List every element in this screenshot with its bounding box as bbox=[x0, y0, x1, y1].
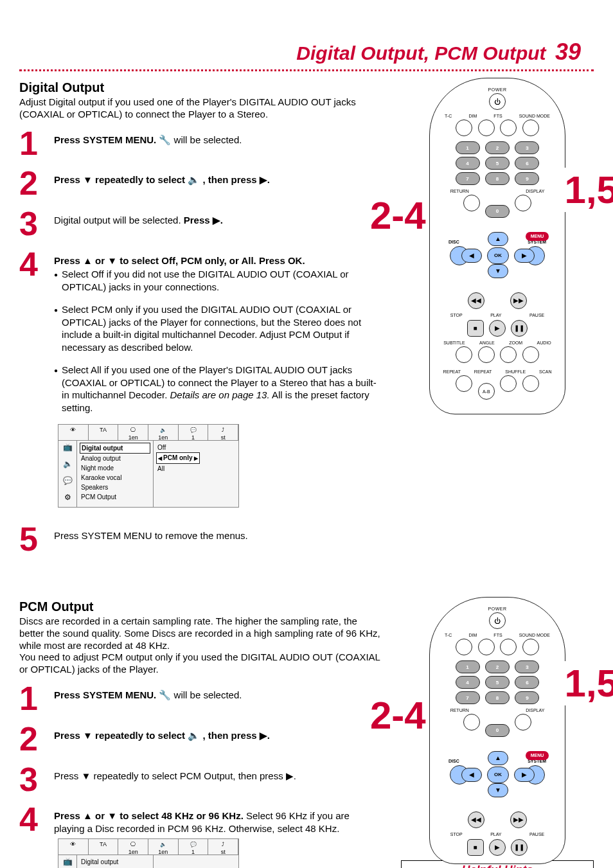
osd-top-cell: ⤴st bbox=[208, 425, 238, 440]
remote-button bbox=[500, 120, 517, 136]
step-text-bold: Press ▲ or ▼ to select Off, PCM only, or… bbox=[54, 255, 305, 266]
osd-list-item: Analog output bbox=[80, 454, 150, 463]
play-icon: ▶ bbox=[489, 320, 506, 337]
dpad: DISC SYSTEM MENU ▲ ◀ OK ▶ ▼ bbox=[452, 742, 542, 806]
numpad-button: 1 bbox=[456, 660, 480, 673]
numpad-button: 2 bbox=[485, 141, 510, 154]
title-rule bbox=[19, 69, 594, 71]
step-text-bold: Press ▼ repeatedly to select bbox=[54, 730, 188, 741]
numpad-button: 9 bbox=[515, 691, 539, 704]
return-button bbox=[463, 195, 480, 211]
remote-button bbox=[478, 639, 495, 655]
next-button: ▶▶ bbox=[510, 292, 527, 309]
ok-button: OK bbox=[487, 247, 509, 264]
step-number: 2 bbox=[19, 168, 54, 199]
arrow-left-icon: ◀ bbox=[461, 768, 482, 782]
remote-label: DISPLAY bbox=[526, 708, 544, 713]
next-button: ▶▶ bbox=[510, 811, 527, 828]
callout-2-4: 2-4 bbox=[369, 193, 427, 238]
osd-option-current: PCM only bbox=[156, 452, 200, 463]
remote-button bbox=[522, 639, 539, 655]
remote-label: STOP bbox=[450, 313, 463, 317]
osd-top-cell: 🔈1en bbox=[148, 425, 179, 440]
step-text-bold: Press ▼ repeatedly to select bbox=[54, 174, 188, 185]
step-text: Digital output will be selected. bbox=[54, 215, 184, 226]
osd-side-icon: 🔈 bbox=[58, 457, 76, 474]
remote-button bbox=[500, 346, 517, 363]
step-text-bold: Press ▶. bbox=[184, 215, 223, 226]
remote-button bbox=[456, 639, 472, 655]
osd-screenshot: 👁 TA 🖵1en 🔈1en 💬1 ⤴st 📺 🔈 💬 bbox=[58, 838, 239, 868]
arrow-up-icon: ▲ bbox=[488, 751, 508, 765]
speaker-icon: 🔈 bbox=[188, 174, 200, 185]
remote-button bbox=[522, 375, 539, 392]
numpad-button: 2 bbox=[485, 660, 510, 673]
pcm-output-heading: PCM Output bbox=[19, 599, 382, 614]
arrow-down-icon: ▼ bbox=[488, 783, 508, 797]
step-number: 4 bbox=[19, 249, 54, 279]
remote-label: PAUSE bbox=[529, 832, 544, 837]
osd-top-cell: 🖵1en bbox=[118, 839, 148, 855]
pause-icon: ❚❚ bbox=[511, 839, 528, 856]
remote-button bbox=[456, 346, 472, 363]
osd-side-icon: ⚙ bbox=[58, 491, 76, 508]
step-text-bold: Press SYSTEM MENU to remove the menus. bbox=[54, 524, 382, 542]
prev-button: ◀◀ bbox=[468, 292, 484, 309]
step-number: 3 bbox=[19, 765, 54, 795]
display-button bbox=[515, 195, 531, 211]
numpad-button: 5 bbox=[485, 157, 510, 170]
arrow-down-icon: ▼ bbox=[488, 264, 508, 278]
osd-option: All bbox=[156, 464, 200, 474]
callout-2-4: 2-4 bbox=[369, 693, 427, 738]
remote-label: AUDIO bbox=[537, 341, 551, 345]
osd-top-icon: 👁 bbox=[58, 425, 89, 440]
pause-icon: ❚❚ bbox=[511, 320, 528, 337]
arrow-left-icon: ◀ bbox=[461, 249, 482, 263]
osd-side-icon: 📺 bbox=[58, 441, 76, 457]
step-text-bold: , then press ▶. bbox=[202, 174, 270, 185]
osd-top-cell: 🖵1en bbox=[118, 425, 148, 440]
digital-output-intro: Adjust Digital output if you used one of… bbox=[19, 96, 382, 121]
remote-label: SHUFFLE bbox=[505, 369, 526, 374]
dpad: DISC SYSTEM MENU ▲ ◀ OK ▶ ▼ bbox=[452, 223, 542, 287]
remote-label: FTS bbox=[493, 114, 502, 118]
osd-side-icon: 💬 bbox=[58, 474, 76, 491]
remote-button bbox=[522, 346, 539, 363]
disc-label: DISC bbox=[449, 759, 459, 763]
remote-diagram: POWER ⏻ T-C DIM FTS SOUND MODE 1 2 bbox=[429, 78, 565, 414]
numpad-button: 3 bbox=[515, 660, 539, 673]
play-icon: ▶ bbox=[489, 839, 506, 856]
osd-list-item: Speakers bbox=[80, 483, 150, 492]
menu-pill: MENU bbox=[526, 751, 549, 760]
osd-top-cell: 💬1 bbox=[179, 839, 209, 855]
osd-top-cell: 💬1 bbox=[179, 425, 209, 440]
numpad-button: 8 bbox=[485, 172, 510, 185]
step-text-bold: Press ▼ repeatedly to select PCM Output,… bbox=[54, 765, 382, 783]
remote-label: ZOOM bbox=[509, 341, 522, 345]
remote-label: SOUND MODE bbox=[519, 114, 550, 118]
callout-1-5: 1,5 bbox=[564, 168, 613, 212]
remote-label: T-C bbox=[445, 633, 452, 637]
stop-icon: ■ bbox=[467, 320, 484, 337]
remote-button bbox=[478, 120, 495, 136]
digital-output-heading: Digital Output bbox=[19, 80, 382, 95]
remote-button bbox=[522, 120, 539, 136]
remote-diagram: POWER ⏻ T-C DIM FTS SOUND MODE 1 2 bbox=[429, 597, 565, 864]
wrench-icon: 🔧 bbox=[159, 134, 171, 145]
numpad-button: 6 bbox=[515, 157, 539, 170]
power-icon: ⏻ bbox=[489, 612, 506, 629]
step-number: 3 bbox=[19, 209, 54, 239]
remote-button bbox=[478, 346, 495, 363]
osd-option: Off bbox=[156, 443, 200, 452]
step-number: 1 bbox=[19, 684, 54, 714]
osd-side-icon: 📺 bbox=[58, 855, 76, 868]
arrow-up-icon: ▲ bbox=[488, 232, 508, 246]
numpad-button: 4 bbox=[456, 157, 480, 170]
page-title: Digital Output, PCM Output 39 bbox=[19, 39, 594, 66]
step-text-bold: Press SYSTEM MENU. bbox=[54, 689, 156, 700]
step-number: 2 bbox=[19, 724, 54, 754]
digital-output-steps: 1 Press SYSTEM MENU. 🔧 will be selected.… bbox=[19, 128, 382, 555]
numpad-button: 0 bbox=[485, 205, 510, 218]
remote-label: STOP bbox=[450, 832, 463, 837]
pcm-output-intro: Discs are recorded in a certain sampling… bbox=[19, 616, 382, 676]
